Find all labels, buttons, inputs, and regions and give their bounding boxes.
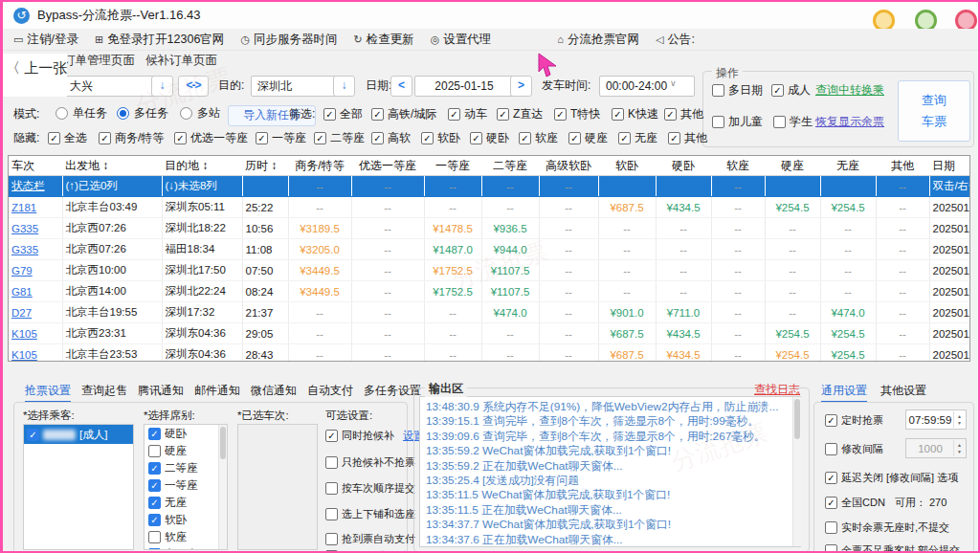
checkbox[interactable] — [825, 544, 837, 553]
menu-item-sync-time[interactable]: ◷同步服务器时间 — [240, 32, 337, 48]
checkbox[interactable]: ✓ — [148, 479, 161, 492]
column-header[interactable]: 历时 ↕ — [242, 156, 288, 176]
hide-checkbox[interactable]: ✓硬座 — [568, 130, 608, 146]
hide-checkbox[interactable]: ✓优选一等座 — [174, 130, 248, 146]
mode-radio-2[interactable]: 多任务 — [117, 105, 168, 122]
hide-checkbox[interactable]: ✓商务/特等 — [99, 130, 164, 146]
checkbox[interactable]: ✓ — [825, 497, 837, 509]
general-settings-tab[interactable]: 其他设置 — [880, 383, 926, 403]
checkbox[interactable]: ✓ — [256, 132, 268, 144]
column-header[interactable]: 一等座 — [424, 156, 481, 176]
checkbox[interactable]: ✓ — [668, 132, 680, 144]
checkbox[interactable]: ✓ — [314, 132, 326, 144]
optional-setting-checkbox[interactable]: 只抢候补不抢票 — [325, 455, 415, 470]
menu-item-set-proxy[interactable]: ◎设置代理 — [431, 32, 492, 48]
checkbox[interactable]: ✓ — [148, 497, 161, 509]
general-setting-checkbox[interactable]: 余票不足乘客时,部分提交 — [825, 543, 960, 553]
checkbox[interactable]: ✓ — [148, 428, 161, 440]
hide-checkbox[interactable]: ✓二等座 — [314, 130, 365, 146]
hide-checkbox[interactable]: ✓一等座 — [256, 130, 306, 146]
checkbox[interactable]: ✓ — [825, 472, 837, 484]
checkbox[interactable] — [773, 116, 786, 128]
hide-checkbox[interactable]: ✓无座 — [618, 130, 657, 146]
checkbox[interactable]: ✓ — [27, 429, 39, 441]
train-row[interactable]: D27北京丰台19:55深圳17:3221:37------¥474.0--¥9… — [9, 302, 970, 323]
seat-type-item[interactable]: ✓无座 — [145, 494, 227, 511]
settings-tab[interactable]: 自动支付 — [307, 383, 353, 403]
page-tab-3[interactable]: 候补订单页面 — [145, 53, 217, 69]
seat-type-item[interactable]: ✓二等座 — [145, 459, 227, 476]
checkbox[interactable]: ✓ — [174, 132, 187, 144]
menu-item-check-update[interactable]: ↻检查更新 — [353, 32, 413, 48]
menu-item-official-site[interactable]: ⌂分流抢票官网 — [557, 32, 639, 48]
settings-tab[interactable]: 邮件通知 — [194, 383, 240, 403]
column-header[interactable]: 硬座 — [765, 156, 820, 176]
checkbox[interactable] — [825, 521, 837, 534]
train-number-link[interactable]: G79 — [11, 265, 33, 276]
checkbox[interactable] — [148, 445, 161, 457]
radio-button[interactable] — [117, 107, 129, 120]
checkbox[interactable]: ✓ — [448, 108, 460, 121]
filter-checkbox[interactable]: ✓高铁/城际 — [371, 106, 436, 122]
optional-setting-checkbox[interactable]: 按车次顺序提交 — [325, 481, 415, 496]
seat-type-listbox[interactable]: ✓硬卧硬座✓二等座✓一等座✓无座✓软卧软座✓商务座 — [144, 424, 228, 550]
checkbox[interactable] — [712, 116, 724, 128]
checkbox[interactable]: ✓ — [325, 430, 338, 442]
column-header[interactable]: 无座 — [820, 156, 876, 176]
swap-stations-button[interactable]: <-> — [178, 76, 209, 97]
checkbox[interactable]: ✓ — [771, 84, 784, 97]
column-header[interactable]: 高级软卧 — [539, 156, 598, 176]
settings-tab[interactable]: 腾讯通知 — [138, 383, 184, 403]
checkbox[interactable] — [325, 533, 338, 545]
operation-checkbox[interactable]: 多日期 — [712, 82, 763, 99]
general-setting-checkbox[interactable]: ✓延迟关闭 [修改间隔] 选项 — [825, 471, 958, 485]
optional-setting-checkbox[interactable]: ✓同时抢候补设置 — [325, 429, 424, 443]
checkbox[interactable]: ✓ — [519, 132, 531, 144]
menu-item-announcement[interactable]: ◁公告: — [656, 32, 695, 48]
train-number-link[interactable]: Z181 — [11, 202, 36, 213]
column-header[interactable]: 商务/特等 — [288, 156, 351, 176]
general-setting-checkbox[interactable]: 实时余票无座时,不提交 — [825, 520, 949, 535]
optional-setting-checkbox[interactable]: ✓抢漏开列车设置 — [325, 549, 424, 553]
seat-type-item[interactable]: 硬座 — [145, 442, 227, 459]
seat-list-scrollbar[interactable] — [218, 425, 227, 549]
optional-setting-checkbox[interactable]: 选上下铺和选座 — [325, 507, 415, 521]
settings-tab[interactable]: 多任务设置 — [364, 383, 421, 403]
to-station-dropdown-button[interactable]: ↓ — [333, 76, 355, 97]
column-header[interactable]: 其他 — [876, 156, 929, 176]
seat-type-item[interactable]: ✓硬卧 — [145, 425, 227, 442]
query-tickets-button[interactable]: 查询 车票 — [898, 80, 970, 142]
train-number-link[interactable]: G335 — [11, 244, 38, 255]
general-setting-checkbox[interactable]: ✓定时抢票 — [825, 413, 883, 428]
train-number-link[interactable]: G81 — [11, 286, 33, 298]
column-header[interactable]: 目的地 ↕ — [162, 156, 242, 176]
checkbox[interactable]: ✓ — [371, 108, 384, 121]
to-station-input[interactable]: 深圳北 — [251, 76, 343, 97]
spinner-arrows[interactable]: ▲▼ — [953, 411, 965, 428]
menu-item-logout[interactable]: ▭注销/登录 — [13, 32, 78, 48]
checkbox[interactable]: ✓ — [99, 132, 111, 144]
column-header[interactable]: 二等座 — [481, 156, 539, 176]
checkbox[interactable]: ✓ — [371, 132, 384, 144]
seat-type-item[interactable]: ✓一等座 — [145, 476, 227, 494]
train-row[interactable]: K105北京丰台23:53深圳东04:3628:43----------¥687… — [9, 344, 970, 363]
operation-checkbox[interactable]: 学生 — [773, 114, 813, 130]
column-header[interactable]: 软卧 — [598, 156, 656, 176]
mode-radio-3[interactable]: 多站 — [180, 105, 220, 122]
passenger-listbox[interactable]: ✓[成人] — [23, 424, 134, 550]
date-input[interactable]: 2025-01-15 — [414, 76, 514, 97]
column-header[interactable]: 出发地 ↕ — [62, 156, 162, 176]
spinner-input[interactable]: 1000▲▼ — [905, 438, 967, 458]
checkbox[interactable]: ✓ — [323, 108, 336, 121]
checkbox[interactable] — [712, 84, 724, 97]
general-setting-checkbox[interactable]: 修改间隔 — [825, 442, 883, 456]
settings-tab[interactable]: 抢票设置 — [25, 383, 71, 403]
checkbox[interactable] — [825, 443, 837, 455]
find-log-link[interactable]: 查找日志 — [754, 382, 800, 398]
spinner-up-icon[interactable]: ▲ — [957, 442, 962, 448]
mode-radio-1[interactable]: 单任务 — [56, 105, 107, 122]
selected-trains-listbox[interactable] — [237, 424, 318, 550]
output-scrollbar[interactable] — [792, 397, 801, 546]
train-row[interactable]: G81北京西14:00深圳北22:2408:24¥3449.5--¥1752.5… — [9, 281, 970, 302]
operation-checkbox[interactable]: ✓成人 — [771, 82, 811, 99]
